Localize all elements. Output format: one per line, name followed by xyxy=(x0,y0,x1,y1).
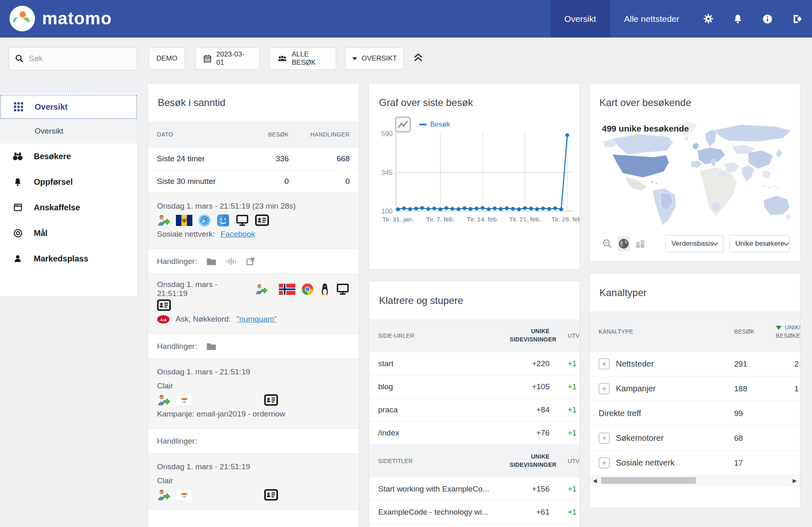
visitors-group-icon xyxy=(277,54,287,63)
logout-icon[interactable] xyxy=(782,0,812,38)
visit-datetime: Onsdag 1. mars - 21:51:19 xyxy=(157,280,350,298)
info-icon[interactable] xyxy=(753,0,782,38)
segment-selector-label: ALLE BESØK xyxy=(292,50,328,67)
column-header-kanaltype[interactable]: KANALTYPE xyxy=(599,328,633,335)
row-growth: +1 xyxy=(568,382,577,391)
sidebar-item-besokere[interactable]: Besøkere xyxy=(0,144,137,169)
browser-safari-icon xyxy=(198,214,211,227)
date-selector-button[interactable]: 2023-03-01 xyxy=(195,47,260,70)
table-row[interactable]: ExampleCode - technology wi... +61 +1 xyxy=(369,501,580,524)
visitor-profile-card-icon[interactable] xyxy=(264,489,278,501)
widget-graf-over-siste-besok: Graf over siste besøk Besøk Tir. 31. jan… xyxy=(369,83,580,270)
map-metric-select[interactable]: Unike besøkere xyxy=(729,235,789,252)
nav-tab-label: Oversikt xyxy=(564,14,596,24)
visitor-profile-card-icon[interactable] xyxy=(255,214,269,226)
binoculars-icon xyxy=(12,152,23,161)
column-header-utvikling[interactable]: UTVIKLING xyxy=(568,332,580,339)
visitor-profile-card-icon[interactable] xyxy=(157,299,171,311)
table-row[interactable]: + Kampanjer 188 1 xyxy=(590,376,800,401)
widget-kanaltyper: Kanaltyper KANALTYPE BESØK UNIKE BESØKER… xyxy=(589,273,800,508)
left-sidebar: Oversikt Oversikt Besøkere Oppførsel xyxy=(0,93,137,296)
zoom-out-icon[interactable] xyxy=(601,236,613,251)
returning-visitor-icon xyxy=(157,214,170,226)
row-label: Siste 30 minutter xyxy=(157,177,239,186)
view-selector-button[interactable]: OVERSIKT xyxy=(345,47,404,70)
svg-text:590: 590 xyxy=(381,130,393,137)
scrollbar-thumb[interactable] xyxy=(601,477,696,484)
scroll-right-arrow[interactable]: ▶ xyxy=(789,478,800,484)
search-box xyxy=(9,47,137,70)
scroll-left-arrow[interactable]: ◀ xyxy=(590,478,600,484)
table-row[interactable]: Direkte treff 99 xyxy=(590,401,800,426)
row-label: Kampanjer xyxy=(616,384,656,393)
sidebar-subitem-oversikt[interactable]: Oversikt xyxy=(0,119,137,144)
globe-view-icon[interactable] xyxy=(618,236,630,251)
notifications-bell-icon[interactable] xyxy=(723,0,753,38)
row-besok: 188 xyxy=(734,384,800,393)
svg-text:Tir. 28. feb.: Tir. 28. feb. xyxy=(552,216,580,223)
map-region-value: Verdensbasis xyxy=(672,240,714,248)
row-label: /index xyxy=(378,428,399,438)
brand-name: matomo xyxy=(42,9,112,28)
referrer-link[interactable]: Facebook xyxy=(220,230,255,239)
collapse-toolbar-button[interactable] xyxy=(413,53,424,63)
table-row[interactable]: praca +84 +1 xyxy=(369,398,580,421)
row-label: Søkemotorer xyxy=(616,433,664,443)
table-row[interactable]: start +220 +1 xyxy=(369,352,580,375)
row-label: Direkte treff xyxy=(599,409,641,418)
matomo-logo[interactable]: matomo xyxy=(9,5,112,32)
visitor-profile-card-icon[interactable] xyxy=(264,394,278,406)
visitor-name: Clair xyxy=(157,474,350,488)
site-selector-button[interactable]: DEMO xyxy=(149,47,185,70)
widget-besok-i-sanntid: Besøk i sanntid DATO BESØK HANDLINGER Si… xyxy=(147,83,359,527)
nav-tab-alle-nettsteder[interactable]: Alle nettsteder xyxy=(610,0,693,38)
sidebar-item-mal[interactable]: Mål xyxy=(0,220,137,246)
expand-plus-icon[interactable]: + xyxy=(599,457,610,468)
widget-title: Besøk i sanntid xyxy=(148,83,359,121)
sidebar-item-anskaffelse[interactable]: Anskaffelse xyxy=(0,195,137,220)
bell-icon xyxy=(12,177,23,187)
table-row[interactable]: + Sosiale nettverk 17 xyxy=(590,451,800,475)
widget-title: Graf over siste besøk xyxy=(369,83,580,121)
row-besok: 0 xyxy=(239,177,289,186)
expand-plus-icon[interactable]: + xyxy=(599,433,610,444)
expand-plus-icon[interactable]: + xyxy=(599,358,610,369)
table-row[interactable]: + Søkemotorer 68 xyxy=(590,426,800,451)
table-row[interactable]: /index +76 +1 xyxy=(369,421,580,445)
city-buildings-icon[interactable] xyxy=(634,236,646,251)
horizontal-scrollbar[interactable]: ◀ ▶ xyxy=(590,475,800,486)
column-header-unike-besokere[interactable]: UNIKE BESØKERE xyxy=(776,323,800,340)
sidebar-item-label: Markedsplass xyxy=(34,254,88,264)
row-label: Siste 24 timer xyxy=(157,154,239,163)
visits-line-chart[interactable]: Tir. 31. jan.Tir. 7. feb.Tir. 14. feb.Ti… xyxy=(369,121,580,233)
expand-plus-icon[interactable]: + xyxy=(599,383,610,394)
table-row[interactable]: Start working with ExampleCo... +156 +1 xyxy=(369,478,580,501)
table-row[interactable]: + Nettsteder 291 2 xyxy=(590,352,800,376)
external-link-icon[interactable] xyxy=(246,256,255,266)
movers-header-side-urler: SIDE-URLER UNIKE SIDEVISNINGER UTVIKLING xyxy=(369,319,580,352)
nav-tab-oversikt[interactable]: Oversikt xyxy=(550,0,610,38)
settings-gear-icon[interactable] xyxy=(693,0,723,38)
world-map[interactable] xyxy=(590,119,800,229)
waveform-icon[interactable] xyxy=(226,257,236,266)
row-handlinger: 668 xyxy=(289,154,350,163)
target-icon xyxy=(12,228,23,238)
column-header-utvikling[interactable]: UTVIKLING xyxy=(568,458,580,464)
folder-icon[interactable] xyxy=(206,342,217,351)
sidebar-item-oppforsel[interactable]: Oppførsel xyxy=(0,169,137,195)
keyword-link[interactable]: "numquam" xyxy=(236,315,277,324)
table-row[interactable]: blog +105 +1 xyxy=(369,375,580,398)
folder-icon[interactable] xyxy=(206,257,217,266)
visit-entry: Onsdag 1. mars - 21:51:19 Clair xyxy=(148,359,359,429)
widget-kart-over-besokende: Kart over besøkende xyxy=(589,83,800,262)
nav-tab-label: Alle nettsteder xyxy=(624,14,679,24)
column-header-besok: BESØK xyxy=(239,131,289,138)
search-input[interactable] xyxy=(29,54,131,63)
sidebar-item-markedsplass[interactable]: Markedsplass xyxy=(0,246,137,271)
map-region-select[interactable]: Verdensbasis xyxy=(665,235,723,252)
sidebar-item-oversikt[interactable]: Oversikt xyxy=(0,95,137,119)
visit-actions-row: Handlinger: xyxy=(148,429,359,454)
row-besok: 68 xyxy=(734,434,800,443)
segment-selector-button[interactable]: ALLE BESØK xyxy=(269,47,336,70)
column-header-dato: DATO xyxy=(157,131,239,138)
